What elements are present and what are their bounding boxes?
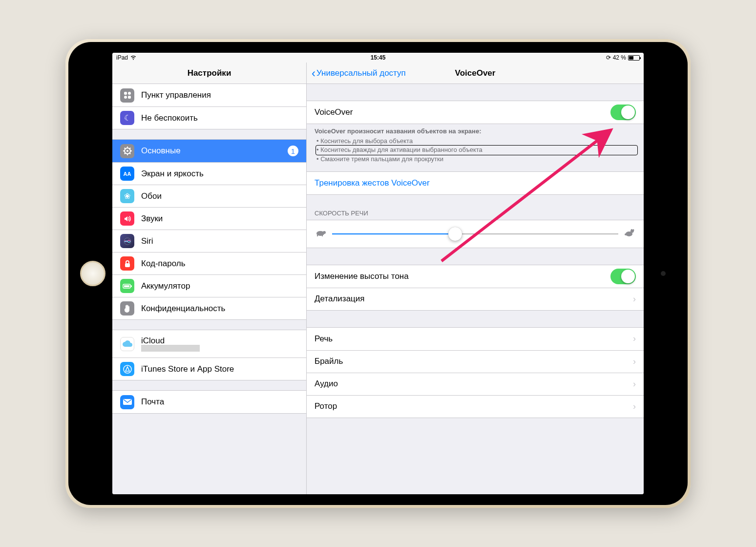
audio-cell[interactable]: Аудио ›: [307, 373, 644, 395]
practice-label: Тренировка жестов VoiceOver: [315, 178, 636, 188]
sidebar-item-label: Siri: [141, 236, 298, 246]
status-right: ⟳ 42 %: [606, 54, 640, 61]
desc-bullet-highlighted: Коснитесь дважды для активации выбранног…: [316, 146, 636, 154]
svg-rect-3: [128, 96, 131, 99]
speaking-rate-slider[interactable]: [332, 227, 618, 241]
badge-count: 1: [288, 146, 298, 156]
status-bar: iPad 15:45 ⟳ 42 %: [112, 53, 644, 63]
appstore-icon: [120, 362, 134, 376]
sidebar-item-label: Звуки: [141, 214, 298, 224]
wifi-icon: [130, 55, 137, 60]
rotor-label: Ротор: [315, 401, 633, 411]
detail-body[interactable]: VoiceOver VoiceOver произносит названия …: [307, 84, 644, 494]
mail-icon: [120, 395, 134, 409]
back-label: Универсальный доступ: [316, 68, 406, 78]
svg-rect-1: [128, 92, 131, 95]
chevron-right-icon: ›: [633, 401, 636, 412]
svg-line-13: [129, 148, 130, 149]
detail-header: ‹ Универсальный доступ VoiceOver: [307, 63, 644, 84]
sidebar-item-privacy[interactable]: Конфиденциальность: [112, 297, 306, 319]
cloud-icon: [120, 337, 134, 351]
svg-rect-17: [131, 285, 132, 287]
hand-icon: [120, 301, 134, 316]
sidebar-item-label: Код-пароль: [141, 259, 298, 269]
turtle-icon: [315, 229, 326, 239]
pitch-toggle-cell[interactable]: Изменение высоты тона: [307, 265, 644, 288]
chevron-right-icon: ›: [633, 294, 636, 304]
sidebar-group-2: Основные 1 AA Экран и яркость ❀ Обои: [112, 139, 306, 320]
svg-rect-18: [124, 285, 129, 287]
control-center-icon: [120, 88, 134, 103]
lock-icon: [120, 256, 134, 271]
verbosity-cell[interactable]: Детализация ›: [307, 288, 644, 310]
voiceover-toggle-cell[interactable]: VoiceOver: [307, 101, 644, 124]
detail-pane: ‹ Универсальный доступ VoiceOver VoiceOv…: [307, 63, 644, 494]
svg-point-5: [126, 150, 128, 152]
svg-rect-24: [322, 235, 323, 236]
sidebar-item-label: Не беспокоить: [141, 113, 298, 123]
desc-bullet: Коснитесь для выбора объекта: [316, 137, 636, 146]
siri-icon: [120, 234, 134, 248]
flower-icon: ❀: [120, 189, 134, 203]
ipad-bezel: iPad 15:45 ⟳ 42 % Настройки: [68, 42, 688, 505]
sidebar-item-label: Аккумулятор: [141, 281, 298, 291]
chevron-right-icon: ›: [633, 379, 636, 389]
sidebar-item-label: iTunes Store и App Store: [141, 364, 298, 374]
speaker-icon: [120, 211, 134, 226]
back-button[interactable]: ‹ Универсальный доступ: [312, 67, 406, 79]
desc-bullet: Смахните тремя пальцами для прокрутки: [316, 155, 636, 164]
desc-title: VoiceOver произносит названия объектов н…: [315, 127, 636, 136]
audio-label: Аудио: [315, 379, 633, 389]
battery-percent: 42 %: [613, 54, 626, 61]
verbosity-label: Детализация: [315, 294, 633, 304]
svg-line-12: [124, 153, 125, 154]
chevron-right-icon: ›: [633, 357, 636, 367]
sidebar-item-display[interactable]: AA Экран и яркость: [112, 162, 306, 185]
sidebar-item-wallpaper[interactable]: ❀ Обои: [112, 185, 306, 207]
sidebar-item-mail[interactable]: Почта: [112, 391, 306, 413]
sidebar-item-siri[interactable]: Siri: [112, 230, 306, 252]
practice-gestures-cell[interactable]: Тренировка жестов VoiceOver: [307, 172, 644, 194]
svg-line-10: [124, 148, 125, 149]
sidebar-item-itunes[interactable]: iTunes Store и App Store: [112, 358, 306, 380]
sidebar-item-dnd[interactable]: ☾ Не беспокоить: [112, 106, 306, 129]
voiceover-switch[interactable]: [610, 105, 636, 120]
sidebar-item-label: Основные: [141, 146, 288, 156]
sidebar-item-label: Экран и яркость: [141, 169, 298, 179]
rabbit-icon: [624, 228, 636, 239]
speed-group: [307, 220, 644, 248]
braille-cell[interactable]: Брайль ›: [307, 350, 644, 373]
pitch-switch[interactable]: [610, 269, 636, 284]
sidebar-item-general[interactable]: Основные 1: [112, 140, 306, 162]
sidebar-item-battery[interactable]: Аккумулятор: [112, 274, 306, 297]
sidebar-list[interactable]: Пункт управления ☾ Не беспокоить: [112, 84, 306, 494]
sidebar-item-label: Пункт управления: [141, 90, 298, 100]
home-button[interactable]: [80, 261, 105, 286]
sidebar-item-control-center[interactable]: Пункт управления: [112, 84, 306, 106]
rotor-cell[interactable]: Ротор ›: [307, 395, 644, 418]
battery-icon: [120, 279, 134, 293]
pitch-group: Изменение высоты тона Детализация ›: [307, 265, 644, 311]
sidebar-item-label: Обои: [141, 191, 298, 201]
ipad-frame: iPad 15:45 ⟳ 42 % Настройки: [65, 39, 691, 508]
sidebar-item-icloud[interactable]: iCloud: [112, 330, 306, 358]
voiceover-label: VoiceOver: [315, 107, 610, 117]
chevron-left-icon: ‹: [312, 67, 315, 79]
moon-icon: ☾: [120, 111, 134, 125]
speech-label: Речь: [315, 334, 633, 344]
desc-bullet-text: Коснитесь дважды для активации выбранног…: [320, 146, 483, 153]
front-camera: [661, 271, 666, 276]
sidebar-item-label: Почта: [141, 397, 298, 407]
speed-header: СКОРОСТЬ РЕЧИ: [307, 207, 644, 220]
chevron-right-icon: ›: [633, 334, 636, 344]
svg-line-11: [129, 153, 130, 154]
sidebar-item-passcode[interactable]: Код-пароль: [112, 252, 306, 274]
slider-thumb[interactable]: [448, 227, 462, 241]
battery-icon: [628, 55, 640, 61]
sidebar-title: Настройки: [112, 63, 306, 84]
icloud-account-redacted: [141, 345, 200, 352]
speech-cell[interactable]: Речь ›: [307, 328, 644, 350]
settings-sidebar: Настройки Пункт управления ☾: [112, 63, 307, 494]
braille-label: Брайль: [315, 357, 633, 366]
sidebar-item-sounds[interactable]: Звуки: [112, 207, 306, 230]
